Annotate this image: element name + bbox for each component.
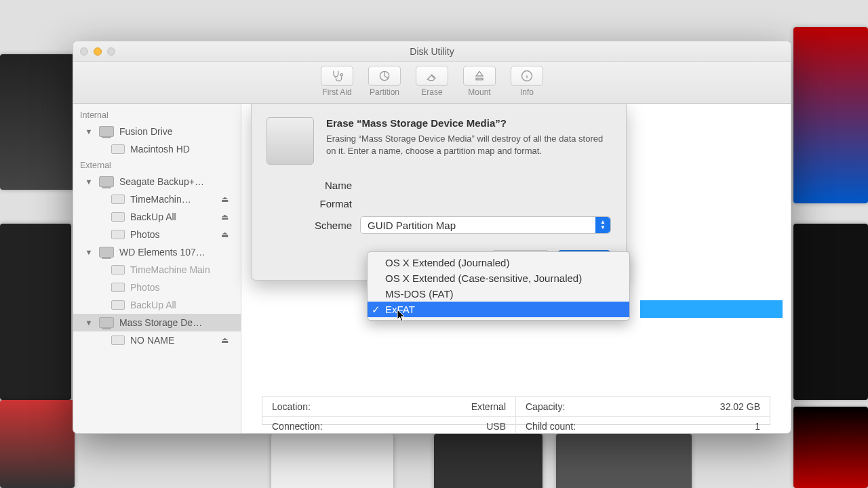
sidebar-item-label: WD Elements 107… [119,247,205,258]
toolbar-label: Partition [370,87,399,97]
cursor-icon [397,310,406,322]
sidebar-item-seagate[interactable]: ▼ Seagate Backup+… [73,173,241,190]
sidebar-item-macintosh-hd[interactable]: Macintosh HD [73,140,241,158]
toolbar-label: First Aid [322,87,351,97]
format-option[interactable]: OS X Extended (Journaled) [368,255,629,270]
volume-icon [111,283,125,292]
name-label: Name [294,180,352,191]
eject-icon[interactable]: ⏏ [221,230,229,239]
sidebar-item-label: Photos [130,229,160,240]
format-option[interactable]: MS-DOS (FAT) [368,286,629,302]
toolbar-label: Erase [421,87,442,97]
sidebar-item-label: TimeMachin… [130,194,191,205]
desktop-bg-tile [0,400,75,488]
svg-rect-2 [476,78,483,80]
stethoscope-icon [330,69,344,83]
volume-icon [111,144,125,154]
eject-icon[interactable]: ⏏ [221,195,229,204]
scheme-value: GUID Partition Map [368,220,456,231]
info-button[interactable]: Info [507,64,547,98]
erase-button[interactable]: Erase [412,64,452,98]
partition-button[interactable]: Partition [364,64,405,98]
drive-icon [267,117,314,165]
desktop-bg-tile [0,224,71,400]
sidebar-item-volume[interactable]: Photos [73,279,241,296]
desktop-bg-tile [793,27,868,203]
info-value: 32.02 GB [720,401,760,412]
disk-icon [99,126,114,137]
toolbar-label: Mount [468,87,490,97]
chevron-down-icon[interactable]: ▼ [84,248,94,256]
format-option[interactable]: OS X Extended (Case-sensitive, Journaled… [368,270,629,286]
desktop-bg-tile [556,434,692,488]
sidebar-item-volume[interactable]: TimeMachine Main [73,261,241,279]
sidebar: Internal ▼ Fusion Drive Macintosh HD Ext… [73,104,241,433]
sidebar-item-wd-elements[interactable]: ▼ WD Elements 107… [73,243,241,261]
disk-utility-window: Disk Utility First Aid Partition Erase M… [73,41,791,434]
info-value: 1 [755,421,760,432]
sidebar-item-label: TimeMachine Main [130,264,210,275]
disk-icon [99,247,114,258]
sidebar-item-fusion-drive[interactable]: ▼ Fusion Drive [73,123,241,140]
sidebar-item-label: Mass Storage De… [119,317,202,328]
sidebar-item-label: Photos [130,282,160,293]
maximize-icon[interactable] [107,47,115,56]
disk-icon [99,317,114,328]
info-value: External [471,401,506,412]
volume-icon [111,195,125,204]
name-field-highlight [640,300,783,318]
desktop-bg-tile [271,434,393,488]
sidebar-item-label: BackUp All [130,300,176,310]
info-key: Location: [272,401,311,412]
sidebar-item-label: Seagate Backup+… [119,176,204,187]
chevron-down-icon[interactable]: ▼ [84,127,94,136]
desktop-bg-tile [434,434,542,488]
sheet-description: Erasing “Mass Storage Device Media” will… [326,133,611,157]
format-dropdown: OS X Extended (Journaled) OS X Extended … [367,251,630,321]
sidebar-item-volume[interactable]: NO NAME ⏏ [73,331,241,349]
content-pane: Erase “Mass Storage Device Media”? Erasi… [241,104,791,433]
scheme-select[interactable]: GUID Partition Map ▲▼ [360,216,611,234]
sheet-heading: Erase “Mass Storage Device Media”? [326,117,611,129]
info-grid: Location:External Connection:USB Partiti… [262,396,770,425]
first-aid-button[interactable]: First Aid [317,64,357,98]
info-value: USB [486,421,506,432]
desktop-bg-tile [793,224,868,400]
volume-icon [111,300,125,310]
chevron-down-icon[interactable]: ▼ [84,178,94,186]
sidebar-section-external: External [73,158,241,173]
desktop-bg-tile [0,54,75,190]
sidebar-item-mass-storage[interactable]: ▼ Mass Storage De… [73,314,241,331]
volume-icon [111,336,125,345]
sidebar-item-volume[interactable]: Photos ⏏ [73,226,241,243]
sidebar-section-internal: Internal [73,108,241,123]
pie-icon [378,69,391,83]
eject-icon[interactable]: ⏏ [221,212,229,222]
volume-icon [111,230,125,239]
toolbar: First Aid Partition Erase Mount Info [73,62,791,104]
info-key: Connection: [272,421,323,432]
sidebar-item-volume[interactable]: BackUp All ⏏ [73,208,241,226]
scheme-label: Scheme [294,220,352,231]
format-label: Format [294,198,352,209]
toolbar-label: Info [520,87,534,97]
mount-button[interactable]: Mount [459,64,500,98]
select-arrows-icon: ▲▼ [595,217,610,233]
sidebar-item-label: BackUp All [130,211,176,222]
eject-icon[interactable]: ⏏ [221,336,229,345]
info-icon [520,69,534,83]
sidebar-item-volume[interactable]: BackUp All [73,296,241,314]
mount-icon [473,69,486,83]
info-key: Capacity: [526,401,565,412]
chevron-down-icon[interactable]: ▼ [84,319,94,327]
sidebar-item-label: NO NAME [130,335,174,346]
format-option-selected[interactable]: ExFAT [368,302,629,317]
minimize-icon[interactable] [94,47,102,56]
info-key: Child count: [526,421,576,432]
sidebar-item-volume[interactable]: TimeMachin… ⏏ [73,190,241,208]
eraser-icon [425,69,439,83]
desktop-bg-tile [793,407,868,488]
volume-icon [111,265,125,274]
titlebar[interactable]: Disk Utility [73,41,791,62]
close-icon[interactable] [80,47,88,56]
